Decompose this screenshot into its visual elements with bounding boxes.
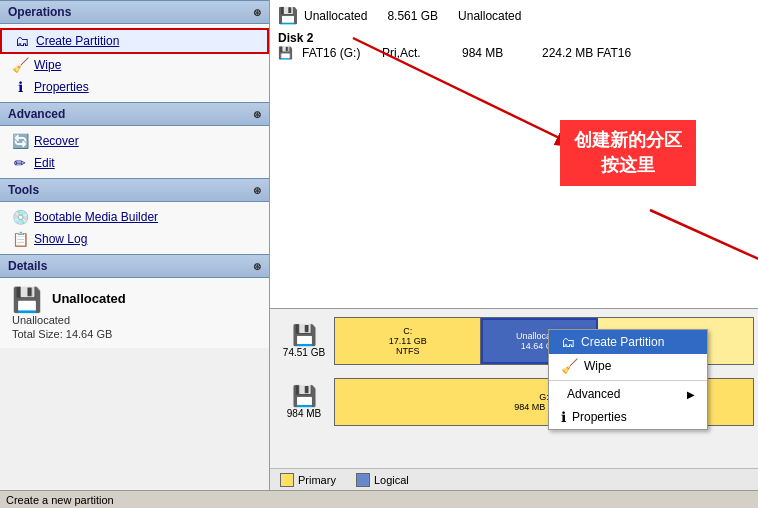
right-panel: 💾 Unallocated 8.561 GB Unallocated Disk … <box>270 0 758 490</box>
fat16-row: 💾 FAT16 (G:) Pri,Act. 984 MB 224.2 MB FA… <box>274 45 754 61</box>
logical-legend: Logical <box>356 473 409 487</box>
sidebar-item-show-log[interactable]: 📋 Show Log <box>0 228 269 250</box>
ctx-create-partition[interactable]: 🗂 Create Partition <box>549 330 707 354</box>
properties-label: Properties <box>34 80 89 94</box>
disk1-size-label: 74.51 GB <box>283 347 325 358</box>
ctx-properties-icon: ℹ <box>561 409 566 425</box>
sidebar-item-edit[interactable]: ✏ Edit <box>0 152 269 174</box>
advanced-section: 🔄 Recover ✏ Edit <box>0 126 269 178</box>
create-partition-icon: 🗂 <box>14 33 30 49</box>
fat16-type: Pri,Act. <box>382 46 462 60</box>
legend-bar: Primary Logical <box>270 468 758 490</box>
wipe-icon: 🧹 <box>12 57 28 73</box>
fat16-name: FAT16 (G:) <box>302 46 382 60</box>
tools-collapse[interactable]: ⊛ <box>253 185 261 196</box>
status-bar: Create a new partition <box>0 490 758 508</box>
sidebar-item-recover[interactable]: 🔄 Recover <box>0 130 269 152</box>
show-log-icon: 📋 <box>12 231 28 247</box>
disk2-size-label: 984 MB <box>287 408 321 419</box>
show-log-label: Show Log <box>34 232 87 246</box>
ctx-wipe-label: Wipe <box>584 359 611 373</box>
c-drive-label: C: <box>403 326 412 336</box>
sidebar-item-properties[interactable]: ℹ Properties <box>0 76 269 98</box>
operations-header: Operations ⊛ <box>0 0 269 24</box>
tools-section: 💿 Bootable Media Builder 📋 Show Log <box>0 202 269 254</box>
edit-label: Edit <box>34 156 55 170</box>
logical-legend-label: Logical <box>374 474 409 486</box>
status-text: Create a new partition <box>6 494 114 506</box>
details-collapse[interactable]: ⊛ <box>253 261 261 272</box>
unallocated-size: 8.561 GB <box>387 9 438 23</box>
wipe-label: Wipe <box>34 58 61 72</box>
ctx-wipe-icon: 🧹 <box>561 358 578 374</box>
recover-label: Recover <box>34 134 79 148</box>
unallocated-name: Unallocated <box>304 9 367 23</box>
unallocated-row: 💾 Unallocated 8.561 GB Unallocated <box>274 4 754 27</box>
details-subtitle: Unallocated <box>12 314 257 326</box>
disk-list-area: 💾 Unallocated 8.561 GB Unallocated Disk … <box>270 0 758 308</box>
disk-icon-unallocated: 💾 <box>278 6 298 25</box>
disk2-visual-icon: 💾 <box>292 384 317 408</box>
ctx-advanced[interactable]: Advanced <box>549 383 707 405</box>
ctx-divider <box>549 380 707 381</box>
fat16-used: 224.2 MB FAT16 <box>542 46 642 60</box>
disk1-label-box: 💾 74.51 GB <box>274 323 334 358</box>
advanced-collapse[interactable]: ⊛ <box>253 109 261 120</box>
c-drive-size: 17.11 GB <box>389 336 427 346</box>
operations-collapse[interactable]: ⊛ <box>253 7 261 18</box>
advanced-header: Advanced ⊛ <box>0 102 269 126</box>
ctx-properties-label: Properties <box>572 410 627 424</box>
bootable-media-label: Bootable Media Builder <box>34 210 158 224</box>
details-title: Unallocated <box>52 291 126 306</box>
disk2-label-box: 💾 984 MB <box>274 384 334 419</box>
operations-section: 🗂 Create Partition 🧹 Wipe ℹ Properties <box>0 24 269 102</box>
ctx-create-partition-icon: 🗂 <box>561 334 575 350</box>
primary-legend: Primary <box>280 473 336 487</box>
ctx-wipe[interactable]: 🧹 Wipe <box>549 354 707 378</box>
primary-legend-label: Primary <box>298 474 336 486</box>
unallocated-fs: Unallocated <box>458 9 521 23</box>
bootable-media-icon: 💿 <box>12 209 28 225</box>
create-partition-label: Create Partition <box>36 34 119 48</box>
sidebar: Operations ⊛ 🗂 Create Partition 🧹 Wipe ℹ… <box>0 0 270 490</box>
fat16-size: 984 MB <box>462 46 542 60</box>
ctx-create-partition-label: Create Partition <box>581 335 664 349</box>
details-disk-icon: 💾 <box>12 286 44 310</box>
context-menu: 🗂 Create Partition 🧹 Wipe Advanced ℹ Pro… <box>548 329 708 430</box>
tools-header: Tools ⊛ <box>0 178 269 202</box>
ctx-properties[interactable]: ℹ Properties <box>549 405 707 429</box>
details-content: 💾 Unallocated Unallocated Total Size: 14… <box>0 278 269 348</box>
sidebar-item-bootable-media[interactable]: 💿 Bootable Media Builder <box>0 206 269 228</box>
logical-color-swatch <box>356 473 370 487</box>
disk2-label: Disk 2 <box>274 31 754 45</box>
c-drive-fs: NTFS <box>396 346 420 356</box>
properties-icon: ℹ <box>12 79 28 95</box>
sidebar-item-wipe[interactable]: 🧹 Wipe <box>0 54 269 76</box>
sidebar-item-create-partition[interactable]: 🗂 Create Partition <box>0 28 269 54</box>
details-header: Details ⊛ <box>0 254 269 278</box>
c-drive-segment[interactable]: C: 17.11 GB NTFS <box>335 318 481 364</box>
ctx-advanced-label: Advanced <box>567 387 620 401</box>
edit-icon: ✏ <box>12 155 28 171</box>
details-size: Total Size: 14.64 GB <box>12 328 257 340</box>
fat16-icon: 💾 <box>278 46 302 60</box>
disk1-visual-icon: 💾 <box>292 323 317 347</box>
primary-color-swatch <box>280 473 294 487</box>
recover-icon: 🔄 <box>12 133 28 149</box>
details-icon-row: 💾 Unallocated <box>12 286 257 310</box>
